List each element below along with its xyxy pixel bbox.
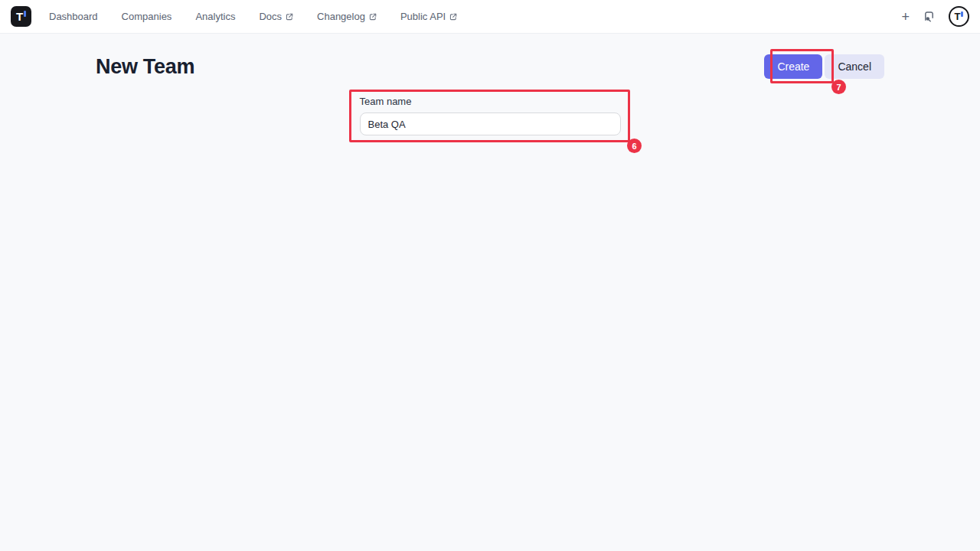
- nav-item-dashboard[interactable]: Dashboard: [49, 11, 98, 22]
- cancel-button[interactable]: Cancel: [825, 54, 884, 79]
- new-team-form: Team name: [360, 96, 621, 135]
- external-link-icon: [369, 13, 377, 21]
- avatar-letter: T: [955, 11, 961, 22]
- main-nav: Dashboard Companies Analytics Docs Chang…: [49, 11, 457, 22]
- search-docs-icon[interactable]: [923, 10, 936, 23]
- nav-item-public-api[interactable]: Public API: [400, 11, 457, 22]
- user-avatar[interactable]: T: [949, 6, 969, 27]
- add-button[interactable]: +: [901, 10, 910, 24]
- external-link-icon: [286, 13, 293, 21]
- nav-item-changelog[interactable]: Changelog: [317, 11, 377, 22]
- nav-item-companies[interactable]: Companies: [122, 11, 172, 22]
- page-title: New Team: [96, 55, 194, 79]
- nav-item-analytics[interactable]: Analytics: [195, 11, 235, 22]
- nav-item-public-api-label: Public API: [400, 11, 446, 22]
- nav-item-companies-label: Companies: [122, 11, 172, 22]
- nav-item-dashboard-label: Dashboard: [49, 11, 98, 22]
- nav-item-changelog-label: Changelog: [317, 11, 365, 22]
- app-logo-accent: [24, 11, 26, 17]
- team-name-label: Team name: [360, 96, 621, 107]
- external-link-icon: [449, 13, 457, 21]
- nav-item-docs[interactable]: Docs: [259, 11, 293, 22]
- create-button[interactable]: Create: [764, 54, 822, 79]
- avatar-accent: [961, 11, 963, 17]
- nav-item-analytics-label: Analytics: [195, 11, 235, 22]
- app-logo[interactable]: T: [11, 6, 31, 27]
- team-name-input[interactable]: [360, 112, 621, 135]
- topbar-right-group: + T: [901, 6, 969, 27]
- page-actions: Create Cancel: [764, 54, 884, 79]
- nav-item-docs-label: Docs: [259, 11, 282, 22]
- page-header: New Team Create Cancel: [96, 54, 884, 79]
- main-content: New Team Create Cancel Team name: [96, 54, 884, 135]
- top-navigation-bar: T Dashboard Companies Analytics Docs Cha…: [0, 0, 980, 34]
- annotation-badge-6: 6: [627, 139, 642, 153]
- app-logo-letter: T: [16, 10, 23, 23]
